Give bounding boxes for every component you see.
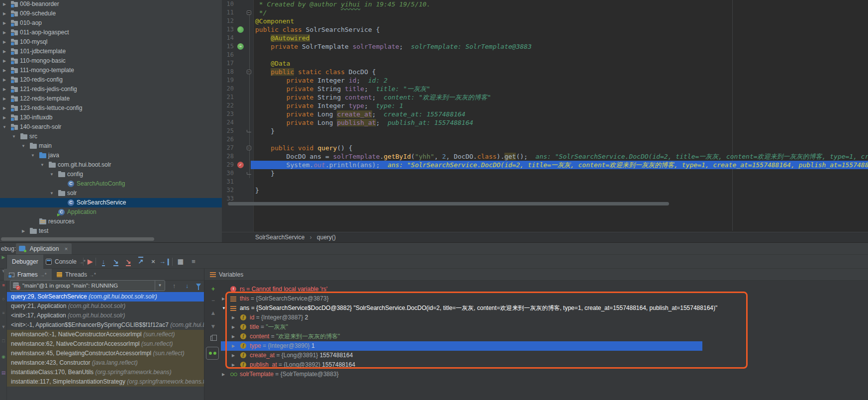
breakpoint-icon[interactable]: ✓: [237, 162, 244, 168]
code-line-14[interactable]: 14 @Autowired: [222, 34, 868, 42]
chevron-collapsed-icon[interactable]: ▶: [1, 103, 7, 113]
step-into-icon[interactable]: ↘: [110, 256, 121, 267]
code-line-19[interactable]: 19 private Integer id; id: 2: [222, 76, 868, 85]
tree-item-SolrSearchService[interactable]: CSolrSearchService: [0, 198, 222, 207]
chevron-collapsed-icon[interactable]: ▶: [1, 66, 7, 75]
code-line-10[interactable]: 10 * Created by @author yihui in 19:45 1…: [222, 0, 868, 8]
tree-item-130-influxdb[interactable]: ▶130-influxdb: [0, 113, 222, 122]
frame-row[interactable]: newInstance0:-1, NativeConstructorAccess…: [7, 330, 204, 339]
tree-item-009-schedule[interactable]: ▶009-schedule: [0, 9, 222, 18]
tab-frames[interactable]: Frames→*: [4, 269, 52, 281]
chevron-collapsed-icon[interactable]: ▶: [1, 18, 7, 28]
tree-item-140-search-solr[interactable]: ▼140-search-solr: [0, 122, 222, 132]
bean-icon[interactable]: [237, 26, 244, 33]
chevron-collapsed-icon[interactable]: ▶: [1, 113, 7, 122]
frame-row[interactable]: query:21, Application (com.git.hui.boot.…: [7, 301, 204, 311]
code-line-18[interactable]: 18− public static class DocDO {: [222, 68, 868, 76]
code-line-25[interactable]: 25 }: [222, 127, 868, 135]
code-line-29[interactable]: 29✓ System.out.println(ans); ans: "SolrS…: [222, 161, 868, 169]
tree-item-123-redis-lettuce-config[interactable]: ▶123-redis-lettuce-config: [0, 103, 222, 113]
move-watch-down-icon[interactable]: ▼: [204, 323, 222, 330]
chevron-expanded-icon[interactable]: ▼: [49, 189, 55, 198]
hide-library-frames-filter-icon[interactable]: [196, 284, 201, 287]
tree-item-101-jdbctemplate[interactable]: ▶101-jdbctemplate: [0, 47, 222, 56]
code-line-12[interactable]: 12@Component: [222, 17, 868, 25]
chevron-expanded-icon[interactable]: ▼: [20, 141, 26, 151]
tree-item-011-aop-logaspect[interactable]: ▶011-aop-logaspect: [0, 28, 222, 37]
code-line-15[interactable]: 15 private SolrTemplate solrTemplate; so…: [222, 42, 868, 51]
fold-collapse-icon[interactable]: −: [247, 10, 251, 15]
tree-item-008-beanorder[interactable]: ▶008-beanorder: [0, 0, 222, 9]
chevron-collapsed-icon[interactable]: ▶: [20, 226, 26, 236]
code-line-16[interactable]: 16: [222, 51, 868, 59]
chevron-collapsed-icon[interactable]: ▶: [222, 370, 227, 379]
frame-row[interactable]: instantiate:117, SimpleInstantiationStra…: [7, 377, 204, 387]
code-line-21[interactable]: 21 private String content; content: "欢迎来…: [222, 93, 868, 101]
layers-icon[interactable]: ◉: [0, 354, 7, 359]
code-line-30[interactable]: 30 }: [222, 169, 868, 178]
frame-row[interactable]: newInstance:62, NativeConstructorAccesso…: [7, 339, 204, 349]
tree-item-main[interactable]: ▼main: [0, 141, 222, 151]
breadcrumb-method[interactable]: query(): [317, 234, 336, 241]
chevron-collapsed-icon[interactable]: ▶: [1, 56, 7, 66]
mute-breakpoints-icon[interactable]: ○: [0, 297, 7, 301]
frame-row[interactable]: newInstance:45, DelegatingConstructorAcc…: [7, 349, 204, 358]
close-icon[interactable]: ×: [65, 246, 68, 252]
force-step-into-icon[interactable]: ↘: [123, 256, 134, 267]
chevron-collapsed-icon[interactable]: ▶: [1, 47, 7, 56]
remove-watch-icon[interactable]: −: [204, 297, 222, 304]
code-editor[interactable]: 10 * Created by @author yihui in 19:45 1…: [222, 0, 868, 242]
tab-debugger[interactable]: Debugger: [7, 255, 43, 269]
chevron-expanded-icon[interactable]: ▼: [11, 132, 17, 141]
tree-item-121-redis-jedis-config[interactable]: ▶121-redis-jedis-config: [0, 85, 222, 94]
code-line-27[interactable]: 27− public void query() {: [222, 144, 868, 152]
pin-icon[interactable]: ▤: [0, 370, 7, 375]
tree-item-100-mysql[interactable]: ▶100-mysql: [0, 37, 222, 47]
tree-item-com.git.hui.boot.solr[interactable]: ▼com.git.hui.boot.solr: [0, 160, 222, 170]
chevron-down-icon[interactable]: ▼: [155, 281, 165, 291]
tree-item-111-mongo-template[interactable]: ▶111-mongo-template: [0, 66, 222, 75]
chevron-collapsed-icon[interactable]: ▶: [1, 28, 7, 37]
chevron-collapsed-icon[interactable]: ▶: [1, 94, 7, 103]
layout-settings-icon[interactable]: ≡: [188, 256, 199, 267]
code-line-20[interactable]: 20 private String title; title: "一灰灰": [222, 85, 868, 93]
chevron-expanded-icon[interactable]: ▼: [49, 170, 55, 179]
tree-item-Application[interactable]: CApplication: [0, 207, 222, 217]
resume-icon[interactable]: ▶: [0, 255, 7, 260]
chevron-expanded-icon[interactable]: ▼: [1, 122, 7, 132]
editor-horizontal-scrollbar[interactable]: [228, 202, 669, 205]
code-line-17[interactable]: 17 @Data: [222, 59, 868, 68]
bean-nav-icon[interactable]: [237, 43, 244, 50]
project-tree-horizontal-scrollbar[interactable]: [1, 237, 154, 241]
drop-frame-icon[interactable]: ×: [148, 256, 159, 267]
run-to-cursor-icon[interactable]: →❙: [159, 256, 170, 267]
tree-item-java[interactable]: ▼java: [0, 151, 222, 160]
tree-item-resources[interactable]: resources: [0, 217, 222, 226]
code-line-13[interactable]: 13public class SolrSearchService {: [222, 25, 868, 34]
chevron-collapsed-icon[interactable]: ▶: [1, 9, 7, 18]
breadcrumb-class[interactable]: SolrSearchService: [255, 234, 304, 241]
tab-application-session[interactable]: Application ×: [16, 243, 72, 254]
step-over-icon[interactable]: ↓: [98, 256, 109, 267]
tree-item-src[interactable]: ▼src: [0, 132, 222, 141]
frame-row[interactable]: query:29, SolrSearchService (com.git.hui…: [7, 292, 204, 301]
tree-item-120-redis-config[interactable]: ▶120-redis-config: [0, 75, 222, 85]
thread-selector-dropdown[interactable]: "main"@1 in group "main": RUNNING ▼: [10, 280, 165, 291]
chevron-collapsed-icon[interactable]: ▶: [1, 0, 7, 9]
code-line-28[interactable]: 28 DocDO ans = solrTemplate.getById("yhh…: [222, 152, 868, 161]
code-line-32[interactable]: 32}: [222, 186, 868, 195]
tree-item-110-mongo-basic[interactable]: ▶110-mongo-basic: [0, 56, 222, 66]
fold-collapse-icon[interactable]: −: [247, 146, 251, 150]
code-line-23[interactable]: 23 private Long create_at; create_at: 15…: [222, 110, 868, 118]
code-line-11[interactable]: 11− */: [222, 8, 868, 17]
tree-item-010-aop[interactable]: ▶010-aop: [0, 18, 222, 28]
move-watch-up-icon[interactable]: ▲: [204, 309, 222, 316]
step-out-icon[interactable]: ↗: [135, 256, 146, 267]
frame-row[interactable]: instantiateClass:170, BeanUtils (org.spr…: [7, 368, 204, 377]
show-execution-point-icon[interactable]: ▶: [85, 256, 96, 267]
chevron-collapsed-icon[interactable]: ▶: [1, 85, 7, 94]
chevron-collapsed-icon[interactable]: ▶: [1, 75, 7, 85]
tree-item-config[interactable]: ▼config: [0, 170, 222, 179]
variable-row[interactable]: ▶solrTemplate = {SolrTemplate@3883}: [222, 370, 868, 379]
tree-item-test[interactable]: ▶test: [0, 226, 222, 236]
